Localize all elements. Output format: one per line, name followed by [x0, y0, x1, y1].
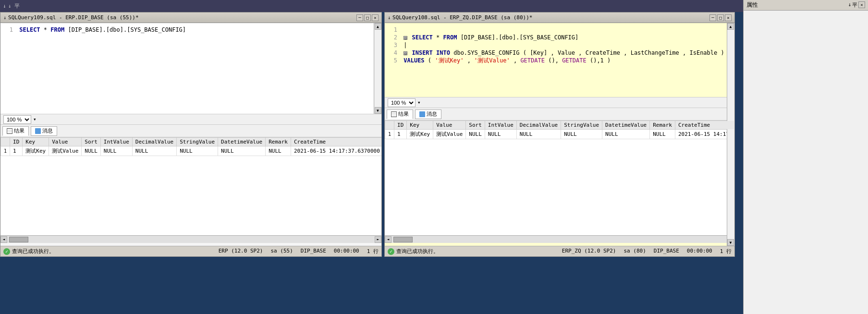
left-window-pin-icon: ↓ — [3, 15, 6, 20]
left-status-server: ERP (12.0 SP2) — [219, 248, 263, 255]
right-col-key: Key — [407, 121, 433, 130]
left-window-buttons: ─ □ ✕ — [356, 14, 379, 21]
left-col-datetimevalue: DatetimeValue — [218, 138, 266, 146]
left-row-1-intvalue: NULL — [100, 146, 132, 156]
right-vscroll-track — [727, 30, 734, 239]
right-sql-line-1: 1 — [388, 26, 732, 34]
right-window-maximize-btn[interactable]: □ — [717, 14, 724, 21]
left-row-1-createtime: 2021-06-15 14:17:37.6370000 — [291, 146, 381, 156]
left-tab-messages-label: 消息 — [42, 127, 53, 134]
right-vscroll-bottom-btn[interactable]: ▼ — [727, 239, 734, 246]
left-col-id: ID — [10, 138, 23, 146]
left-zoom-select[interactable]: 100 % — [3, 115, 31, 124]
right-collapse-1[interactable]: ⊟ — [403, 36, 407, 40]
scroll-up-btn[interactable]: ▲ — [375, 23, 381, 30]
right-collapse-2[interactable]: ⊟ — [403, 51, 407, 55]
right-col-stringvalue: StringValue — [561, 121, 602, 130]
left-window-content: 1 SELECT * FROM [DIP_BASE].[dbo].[SYS_BA… — [0, 23, 381, 256]
right-tab-messages[interactable]: 消息 — [415, 109, 441, 119]
left-zoom-bar: 100 % ▾ — [0, 114, 381, 125]
main-area: ↓ ↓ 平 属性 ↓ 平 ✕ ↓ SQLQuery109.sql - ERP.D… — [0, 0, 868, 314]
left-col-key: Key — [23, 138, 49, 146]
left-row-1-remark: NULL — [266, 146, 291, 156]
right-window-minimize-btn[interactable]: ─ — [709, 14, 716, 21]
left-editor-vscrollbar[interactable]: ▲ ▼ — [374, 23, 381, 114]
properties-title: 属性 — [746, 1, 758, 9]
right-hscroll-left-btn[interactable]: ◄ — [385, 236, 391, 243]
right-status-right: ERP_ZQ (12.0 SP2) sa (80) DIP_BASE 00:00… — [562, 248, 732, 255]
properties-header: 属性 ↓ 平 ✕ — [744, 0, 868, 11]
right-results-icon — [391, 111, 397, 117]
left-window-title: SQLQuery109.sql - ERP.DIP_BASE (sa (55))… — [8, 14, 139, 21]
right-sql-line-5: 5 VALUES ( '测试Key' , '测试Value' , GETDATE… — [388, 57, 732, 64]
right-status-text: 查询已成功执行。 — [396, 248, 439, 255]
left-hscroll-right-btn[interactable]: ► — [375, 236, 381, 243]
right-row-1-datetimevalue: NULL — [602, 130, 650, 139]
left-col-createtime: CreateTime — [291, 138, 381, 146]
left-tab-results-label: 结果 — [14, 127, 24, 134]
left-row-1-datetimevalue: NULL — [218, 146, 266, 156]
right-row-1-stringvalue: NULL — [561, 130, 602, 139]
left-col-rownum — [1, 138, 10, 146]
right-col-datetimevalue: DatetimeValue — [602, 121, 650, 130]
right-status-time: 00:00:00 — [687, 248, 712, 255]
right-col-rownum — [385, 121, 394, 130]
right-hscrollbar[interactable]: ◄ ► — [385, 235, 734, 243]
right-zoom-select[interactable]: 100 % — [388, 98, 416, 107]
left-status-rows: 1 行 — [367, 248, 379, 255]
right-results-panel: 结果 消息 ID Key — [385, 108, 734, 246]
right-tab-results[interactable]: 结果 — [387, 109, 413, 119]
right-status-rows: 1 行 — [720, 248, 732, 255]
right-row-1-value: 测试Value — [433, 130, 466, 139]
right-sql-line-2: 2 ⊟ SELECT * FROM [DIP_BASE].[dbo].[SYS_… — [388, 34, 732, 41]
left-hscrollbar[interactable]: ◄ ► — [0, 235, 381, 243]
right-table-header-row: ID Key Value Sort IntValue DecimalValue … — [385, 121, 735, 130]
properties-pin-icon[interactable]: ↓ — [848, 1, 851, 9]
right-window-close-btn[interactable]: ✕ — [725, 14, 732, 21]
right-status-success: ✓ 查询已成功执行。 — [388, 248, 439, 255]
top-strip: ↓ ↓ 平 — [0, 0, 743, 12]
right-col-intvalue: IntValue — [485, 121, 516, 130]
left-tabs-bar: 结果 消息 — [0, 125, 381, 137]
properties-pin2-icon[interactable]: 平 — [852, 1, 857, 9]
left-sql-line-1: 1 SELECT * FROM [DIP_BASE].[dbo].[SYS_BA… — [3, 26, 379, 34]
left-row-1-num: 1 — [1, 146, 10, 156]
left-row-1-id: 1 — [10, 146, 23, 156]
right-hscroll-thumb[interactable] — [393, 237, 413, 242]
right-sql-editor[interactable]: 1 2 ⊟ SELECT * FROM [DIP_BASE].[dbo].[SY… — [385, 23, 734, 97]
properties-close-btn[interactable]: ✕ — [858, 1, 865, 8]
left-results-table: ID Key Value Sort IntValue DecimalValue … — [0, 137, 381, 156]
left-window-titlebar: ↓ SQLQuery109.sql - ERP.DIP_BASE (sa (55… — [0, 12, 381, 23]
left-hscroll-left-btn[interactable]: ◄ — [0, 236, 7, 243]
left-window-maximize-btn[interactable]: □ — [364, 14, 371, 21]
left-sql-editor[interactable]: 1 SELECT * FROM [DIP_BASE].[dbo].[SYS_BA… — [0, 23, 381, 114]
left-hscroll-thumb[interactable] — [9, 237, 28, 242]
right-row-1-intvalue: NULL — [485, 130, 516, 139]
right-vscroll-top-btn[interactable]: ▲ — [727, 23, 734, 30]
scroll-down-btn[interactable]: ▼ — [375, 107, 381, 114]
left-col-value: Value — [49, 138, 82, 146]
right-row-1-key: 测试Key — [407, 130, 433, 139]
right-results-table: ID Key Value Sort IntValue DecimalValue … — [385, 121, 734, 139]
left-status-text: 查询已成功执行。 — [12, 248, 54, 255]
right-status-ok-icon: ✓ — [388, 248, 394, 255]
left-tab-messages[interactable]: 消息 — [31, 126, 57, 136]
right-window-title: SQLQuery108.sql - ERP_ZQ.DIP_BASE (sa (8… — [392, 14, 532, 21]
left-window-minimize-btn[interactable]: ─ — [356, 14, 363, 21]
left-results-table-container[interactable]: ID Key Value Sort IntValue DecimalValue … — [0, 137, 381, 235]
right-tab-messages-label: 消息 — [427, 110, 437, 118]
left-window-close-btn[interactable]: ✕ — [372, 14, 379, 21]
left-row-1-value: 测试Value — [49, 146, 82, 156]
left-status-time: 00:00:00 — [334, 248, 359, 255]
left-table-header-row: ID Key Value Sort IntValue DecimalValue … — [1, 138, 382, 146]
left-messages-icon — [35, 128, 41, 134]
properties-buttons: ↓ 平 ✕ — [848, 1, 865, 9]
left-results-icon — [7, 128, 12, 134]
left-row-1-key: 测试Key — [23, 146, 49, 156]
left-tab-results[interactable]: 结果 — [2, 126, 29, 136]
right-row-1-sort: NULL — [466, 130, 485, 139]
right-status-user: sa (80) — [623, 248, 646, 255]
right-window-vscrollbar[interactable]: ▲ ▼ — [727, 23, 734, 246]
bottom-background — [0, 252, 868, 314]
right-results-table-container[interactable]: ID Key Value Sort IntValue DecimalValue … — [385, 121, 734, 235]
